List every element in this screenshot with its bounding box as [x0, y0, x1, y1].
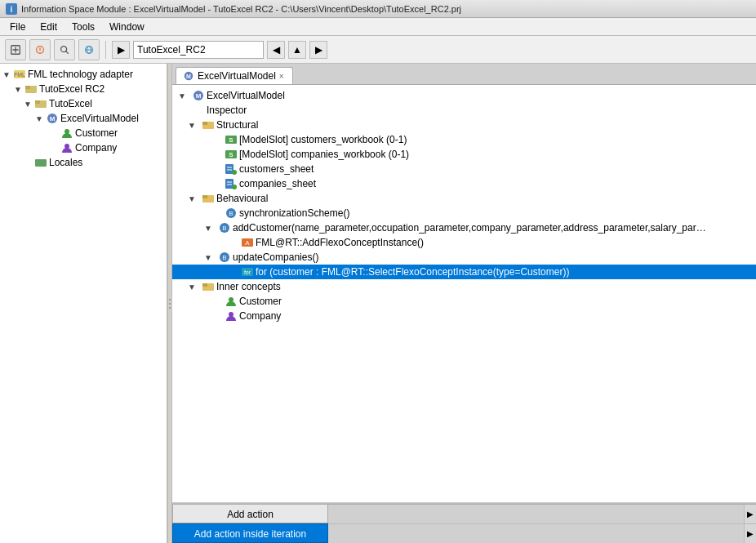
svg-rect-26 [202, 122, 207, 125]
ct-node-for-customer[interactable]: for for (customer : FML@RT::SelectFlexoC… [172, 265, 756, 279]
svg-rect-40 [202, 195, 207, 198]
ct-label-update-companies: updateCompanies() [233, 251, 318, 263]
toolbar-btn-1[interactable] [5, 39, 26, 60]
nav-back[interactable]: ◀ [267, 41, 285, 59]
tree-node-fml-adapter[interactable]: ▼ FML FML technology adapter [0, 67, 167, 82]
ct-node-inner-customer[interactable]: Customer [172, 294, 756, 309]
nav-input[interactable] [133, 41, 264, 59]
ct-label-inner-customer: Customer [239, 296, 282, 307]
label-evm: ExcelVirtualModel [60, 113, 139, 124]
main-layout: ▼ FML FML technology adapter ▼ TutoExcel… [0, 64, 756, 543]
svg-point-18 [169, 299, 171, 300]
ct-node-structural[interactable]: ▼ Structural [172, 118, 756, 132]
scroll-right-arrow[interactable]: ▶ [747, 510, 754, 519]
tab-bar: M ExcelVirtualModel × [172, 64, 756, 85]
nav-play[interactable]: ▶ [112, 41, 130, 59]
window-title: Information Space Module : ExcelVirtualM… [21, 4, 461, 14]
tab-evm[interactable]: M ExcelVirtualModel × [176, 67, 293, 84]
toolbar-btn-3[interactable] [54, 39, 75, 60]
toolbar: ▶ ◀ ▲ ▶ [0, 36, 756, 64]
svg-rect-12 [35, 100, 40, 104]
svg-point-19 [169, 303, 171, 305]
menu-window[interactable]: Window [103, 20, 151, 34]
icon-company [60, 141, 73, 154]
svg-point-34 [232, 170, 237, 175]
menu-edit[interactable]: Edit [33, 20, 64, 34]
ct-label-add-customer: addCustomer(name_parameter,occupation_pa… [233, 222, 706, 234]
bottom-buttons: Add action ▶ Add action inside iteration… [172, 502, 756, 543]
nav-forward[interactable]: ▶ [309, 41, 327, 59]
label-tutoexcel: TutoExcel [49, 98, 92, 109]
left-panel: ▼ FML FML technology adapter ▼ TutoExcel… [0, 64, 167, 543]
ct-node-ms-customers[interactable]: S [ModelSlot] customers_workbook (0-1) [172, 132, 756, 147]
svg-text:S: S [229, 151, 233, 158]
add-action-button[interactable]: Add action [172, 504, 328, 523]
ct-node-fml-add[interactable]: A FML@RT::AddFlexoConceptInstance() [172, 235, 756, 250]
ct-label-inner-company: Company [239, 310, 281, 322]
ct-label-companies-sheet: companies_sheet [239, 178, 316, 189]
ct-node-companies-sheet[interactable]: companies_sheet [172, 176, 756, 191]
ct-label-for-customer: for (customer : FML@RT::SelectFlexoConce… [256, 266, 569, 278]
toggle-evm[interactable]: ▼ [34, 113, 44, 123]
ct-label-inner-concepts: Inner concepts [216, 281, 281, 292]
icon-locales [34, 156, 47, 169]
label-company: Company [75, 142, 117, 154]
ct-node-inner-concepts[interactable]: ▼ Inner concepts [172, 279, 756, 294]
svg-point-20 [169, 307, 171, 309]
scroll-right-arrow-2[interactable]: ▶ [747, 529, 754, 538]
toolbar-separator [105, 41, 106, 59]
ct-node-inner-company[interactable]: Company [172, 309, 756, 323]
ct-label-structural: Structural [216, 119, 258, 131]
ct-label-sync: synchronizationScheme() [239, 207, 349, 219]
svg-text:S: S [229, 136, 233, 144]
toolbar-btn-globe[interactable] [78, 39, 100, 60]
label-locales: Locales [49, 157, 82, 168]
svg-text:A: A [245, 239, 250, 247]
app-icon: i [5, 2, 18, 16]
ct-node-sync[interactable]: B synchronizationScheme() [172, 206, 756, 220]
ct-node-add-customer[interactable]: ▼ B addCustomer(name_parameter,occupatio… [172, 220, 756, 235]
label-rc2: TutoExcel RC2 [39, 83, 105, 95]
ct-node-evm-root[interactable]: ▼ M ExcelVirtualModel [172, 88, 756, 103]
svg-text:for: for [244, 269, 251, 275]
ct-node-update-companies[interactable]: ▼ B updateCompanies() [172, 250, 756, 265]
toggle-tutoexcel[interactable]: ▼ [23, 99, 33, 109]
svg-text:M: M [196, 92, 202, 100]
tree-node-company[interactable]: ▶ Company [0, 140, 167, 155]
tree-node-customer[interactable]: ▶ Customer [0, 126, 167, 140]
tree-node-evm[interactable]: ▼ M ExcelVirtualModel [0, 111, 167, 126]
icon-customer [60, 127, 73, 140]
svg-text:i: i [11, 5, 13, 14]
svg-text:FML: FML [14, 72, 25, 78]
ct-node-ms-companies[interactable]: S [ModelSlot] companies_workbook (0-1) [172, 147, 756, 162]
ct-node-inspector[interactable]: Inspector [172, 103, 756, 118]
svg-text:B: B [222, 225, 226, 232]
ct-label-ms-companies: [ModelSlot] companies_workbook (0-1) [239, 149, 409, 160]
menu-file[interactable]: File [3, 20, 32, 34]
svg-text:M: M [50, 115, 56, 122]
svg-text:M: M [186, 73, 191, 79]
ct-label-behavioural: Behavioural [216, 193, 268, 204]
add-action-inside-button[interactable]: Add action inside iteration [172, 523, 328, 543]
nav-up[interactable]: ▲ [288, 41, 306, 59]
content-area: ▼ M ExcelVirtualModel Inspector ▼ Struct… [172, 85, 756, 502]
svg-rect-52 [202, 283, 207, 287]
icon-tutoexcel [34, 97, 47, 110]
toggle-fml[interactable]: ▼ [2, 69, 11, 79]
tree-node-locales[interactable]: ▶ Locales [0, 155, 167, 170]
toolbar-btn-2[interactable] [29, 39, 51, 60]
svg-rect-10 [25, 86, 30, 89]
tree-node-tutoexcel-rc2[interactable]: ▼ TutoExcel RC2 [0, 82, 167, 96]
svg-text:B: B [222, 254, 226, 261]
toggle-rc2[interactable]: ▼ [13, 84, 23, 94]
title-bar: i Information Space Module : ExcelVirtua… [0, 0, 756, 18]
ct-node-customers-sheet[interactable]: customers_sheet [172, 162, 756, 176]
tab-close[interactable]: × [279, 72, 284, 81]
icon-evm: M [46, 112, 59, 125]
tree-node-tutoexcel[interactable]: ▼ TutoExcel [0, 96, 167, 111]
label-customer: Customer [75, 127, 118, 139]
ct-node-behavioural[interactable]: ▼ Behavioural [172, 191, 756, 206]
ct-label-ms-customers: [ModelSlot] customers_workbook (0-1) [239, 134, 407, 145]
menu-tools[interactable]: Tools [65, 20, 101, 34]
ct-label-inspector: Inspector [207, 105, 247, 116]
